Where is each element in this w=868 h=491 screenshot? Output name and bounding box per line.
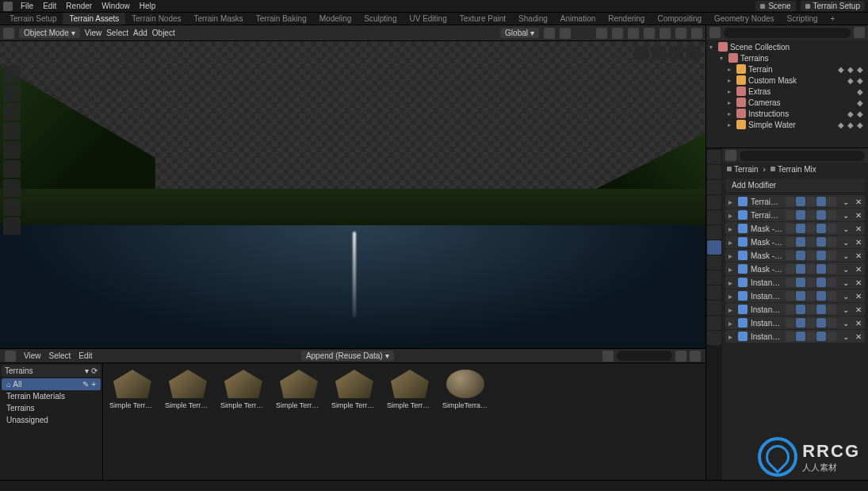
mod-toggle-realtime-icon[interactable] [796, 318, 805, 328]
mod-toggle-edit-icon[interactable] [786, 332, 795, 341]
tool-addcube-icon[interactable] [3, 217, 21, 235]
outliner-item-terrain[interactable]: ▸Terrain◆◆◆ [708, 63, 866, 75]
workspace-tab-rendering[interactable]: Rendering [602, 13, 651, 25]
tool-transform-icon[interactable] [3, 160, 21, 178]
editor-type-props-icon[interactable] [725, 150, 736, 161]
asset-simple-terrain-5[interactable]: Simple Terrain 5 [387, 370, 433, 409]
nav-camera-icon[interactable] [669, 46, 683, 60]
shading-wireframe-icon[interactable] [644, 28, 655, 39]
mod-toggle-cage-icon[interactable] [816, 278, 826, 287]
nav-persp-icon[interactable] [686, 46, 701, 60]
tool-measure-icon[interactable] [3, 198, 21, 216]
mod-toggle-render-icon[interactable] [806, 291, 816, 301]
tab-render-icon[interactable] [707, 150, 721, 164]
shading-rendered-icon[interactable] [691, 28, 702, 39]
outliner-item-simple-water[interactable]: ▸Simple Water◆◆◆ [708, 119, 866, 130]
viewport-menu-view[interactable]: View [85, 29, 102, 37]
mod-extras-icon[interactable] [827, 291, 836, 301]
mod-toggle-realtime-icon[interactable] [796, 224, 805, 233]
chevron-right-icon[interactable]: ▸ [728, 292, 735, 301]
close-icon[interactable]: ✕ [855, 305, 862, 314]
mod-toggle-render-icon[interactable] [806, 197, 816, 206]
mod-toggle-cage-icon[interactable] [816, 197, 826, 206]
close-icon[interactable]: ✕ [855, 198, 862, 206]
mod-toggle-cage-icon[interactable] [816, 291, 826, 301]
orientation-selector[interactable]: Global ▾ [500, 28, 539, 38]
mod-extras-icon[interactable] [827, 210, 836, 220]
tab-object-icon[interactable] [707, 225, 721, 240]
close-icon[interactable]: ✕ [855, 292, 862, 301]
editor-type-icon[interactable] [3, 28, 14, 39]
close-icon[interactable]: ✕ [855, 251, 862, 260]
workspace-tab-modeling[interactable]: Modeling [313, 13, 358, 25]
tab-constraints-icon[interactable] [707, 286, 721, 300]
mod-toggle-render-icon[interactable] [806, 264, 816, 274]
mod-toggle-render-icon[interactable] [806, 318, 816, 328]
asset-simpleterrainmat[interactable]: SimpleTerrainMat [442, 370, 488, 409]
mod-toggle-edit-icon[interactable] [786, 291, 795, 301]
mod-extras-icon[interactable] [827, 264, 836, 274]
mod-extras-icon[interactable] [827, 318, 836, 328]
mod-extras-icon[interactable] [827, 332, 836, 341]
mod-toggle-edit-icon[interactable] [786, 197, 795, 206]
workspace-tab-terrain-masks[interactable]: Terrain Masks [188, 13, 250, 25]
xray-icon[interactable] [628, 28, 639, 39]
outliner-tree[interactable]: ▾ Scene Collection ▾Terrains▸Terrain◆◆◆▸… [706, 40, 868, 148]
mod-toggle-realtime-icon[interactable] [796, 264, 805, 274]
outliner-item-custom-mask[interactable]: ▸Custom Mask◆◆ [708, 75, 866, 86]
asset-menu-edit[interactable]: Edit [78, 351, 92, 360]
settings-gear-icon[interactable] [690, 351, 701, 362]
close-icon[interactable]: ✕ [855, 265, 862, 274]
properties-search-input[interactable] [740, 151, 865, 161]
asset-simple-terrain-2[interactable]: Simple Terrain 2 [220, 370, 266, 409]
close-icon[interactable]: ✕ [855, 224, 862, 233]
chevron-down-icon[interactable]: ⌄ [843, 265, 849, 274]
tool-scale-icon[interactable] [3, 141, 21, 159]
mod-extras-icon[interactable] [827, 278, 836, 287]
viewlayer-selector[interactable]: Terrain Setup [801, 1, 865, 11]
tab-scene-icon[interactable] [707, 195, 721, 209]
close-icon[interactable]: ✕ [855, 332, 862, 341]
outliner-search-input[interactable] [724, 28, 851, 38]
chevron-right-icon[interactable]: ▸ [728, 198, 735, 206]
menu-window[interactable]: Window [97, 2, 135, 10]
modifier-instances-proximity[interactable]: ▸Instances - Proximity⌄✕ [725, 330, 865, 343]
mod-toggle-edit-icon[interactable] [786, 251, 795, 260]
modifier-mask-curve[interactable]: ▸Mask - Curve⌄✕ [725, 236, 865, 248]
import-mode-selector[interactable]: Append (Reuse Data) ▾ [301, 351, 394, 361]
workspace-tab-shading[interactable]: Shading [512, 13, 554, 25]
snap-icon[interactable] [544, 28, 555, 39]
mod-toggle-realtime-icon[interactable] [796, 278, 805, 287]
tab-physics-icon[interactable] [707, 270, 721, 285]
chevron-right-icon[interactable]: ▸ [728, 265, 735, 274]
chevron-down-icon[interactable]: ⌄ [843, 251, 849, 260]
add-workspace-button[interactable]: + [824, 13, 842, 25]
outliner-filter-icon[interactable] [854, 27, 865, 38]
scene-selector[interactable]: Scene [755, 1, 795, 11]
modifier-terrain-mix-texture[interactable]: ▸Terrain Mix - Texture⌄✕ [725, 209, 865, 221]
chevron-right-icon[interactable]: ▸ [728, 332, 735, 341]
mod-extras-icon[interactable] [827, 224, 836, 233]
gizmo-icon[interactable] [596, 28, 607, 39]
tool-cursor-icon[interactable] [3, 84, 21, 102]
viewport-menu-add[interactable]: Add [133, 29, 147, 37]
proportional-icon[interactable] [560, 28, 571, 39]
workspace-tab-uv-editing[interactable]: UV Editing [403, 13, 453, 25]
viewport-menu-select[interactable]: Select [106, 29, 128, 37]
timeline-bar[interactable] [0, 480, 868, 491]
menu-help[interactable]: Help [135, 2, 161, 10]
outliner-item-instructions[interactable]: ▸Instructions◆◆ [708, 108, 866, 119]
chevron-down-icon[interactable]: ⌄ [843, 332, 849, 341]
mod-toggle-cage-icon[interactable] [816, 224, 826, 233]
mod-extras-icon[interactable] [827, 251, 836, 260]
modifier-mask-simple[interactable]: ▸Mask - Simple⌄✕ [725, 222, 865, 235]
asset-simple-terrain-1[interactable]: Simple Terrain 1 [165, 370, 211, 409]
mod-extras-icon[interactable] [827, 197, 836, 206]
filter-icon[interactable] [675, 351, 686, 362]
catalog-terrain-materials[interactable]: Terrain Materials [2, 390, 101, 402]
mod-extras-icon[interactable] [827, 305, 836, 314]
workspace-tab-texture-paint[interactable]: Texture Paint [453, 13, 512, 25]
breadcrumb-modifier[interactable]: Terrain Mix [770, 165, 816, 174]
tab-world-icon[interactable] [707, 210, 721, 224]
chevron-down-icon[interactable]: ⌄ [843, 305, 849, 314]
